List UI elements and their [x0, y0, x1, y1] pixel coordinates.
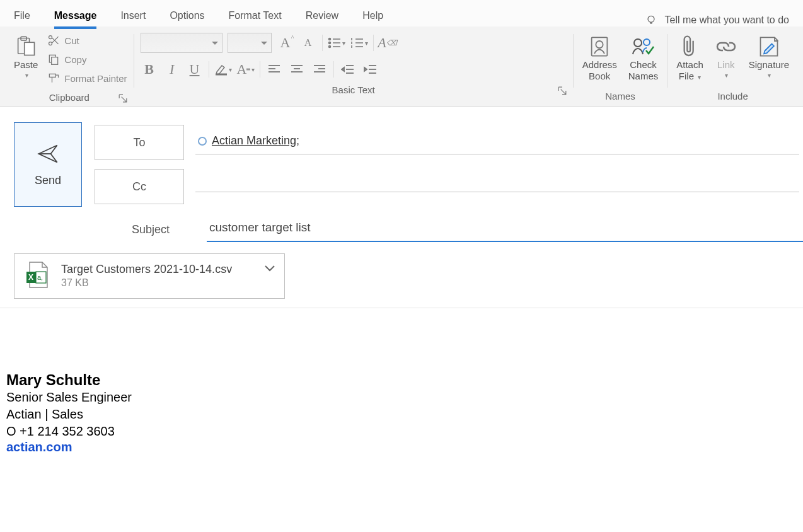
group-names: Address Book Check Names Names	[574, 30, 667, 107]
tab-insert[interactable]: Insert	[120, 8, 146, 26]
attachment-chip[interactable]: Xa, Target Customers 2021-10-14.csv 37 K…	[14, 253, 285, 299]
underline-button[interactable]: U	[186, 61, 204, 78]
paste-label: Paste	[14, 59, 38, 71]
cut-button[interactable]: Cut	[47, 33, 127, 48]
signature-button[interactable]: Signature ▾	[746, 33, 792, 82]
svg-point-40	[644, 39, 650, 45]
compose-header: Send To Actian Marketing; Cc Subject	[0, 107, 803, 242]
subject-label: Subject	[106, 223, 195, 236]
paperclip-icon	[679, 35, 702, 58]
attachments-bar: Xa, Target Customers 2021-10-14.csv 37 K…	[0, 242, 803, 308]
check-names-button[interactable]: Check Names	[626, 33, 661, 84]
cut-icon	[47, 34, 61, 47]
svg-point-38	[596, 41, 603, 48]
to-button[interactable]: To	[95, 125, 184, 160]
cc-field[interactable]	[195, 182, 799, 192]
attach-file-button[interactable]: Attach File ▾	[674, 33, 706, 84]
format-painter-button[interactable]: Format Painter	[47, 71, 127, 86]
signature-name: Mary Schulte	[6, 371, 803, 389]
format-painter-label: Format Painter	[64, 73, 127, 84]
tab-review[interactable]: Review	[306, 8, 338, 26]
paste-icon	[14, 35, 37, 58]
group-include-label: Include	[717, 91, 748, 101]
svg-rect-3	[25, 42, 35, 55]
grow-font-button[interactable]: A^	[277, 34, 294, 52]
font-color-button[interactable]: A▾	[237, 61, 255, 78]
group-basic-text: A^ Aˇ ▾ ▾ A⌫ B I U ▾ A▾	[134, 30, 573, 107]
clipboard-dialog-launcher-icon[interactable]	[118, 94, 127, 103]
align-center-button[interactable]	[288, 61, 306, 78]
send-icon	[37, 142, 59, 165]
attachment-dropdown-icon[interactable]	[264, 263, 275, 274]
clear-formatting-button[interactable]: A⌫	[379, 34, 396, 52]
check-names-icon	[632, 35, 654, 58]
attachment-size: 37 KB	[61, 277, 232, 290]
presence-icon	[198, 137, 207, 146]
tell-me-search[interactable]: Tell me what you want to do	[645, 14, 789, 26]
shrink-font-button[interactable]: Aˇ	[299, 34, 317, 52]
lightbulb-icon	[645, 14, 657, 26]
cc-button[interactable]: Cc	[95, 169, 184, 204]
font-family-combo[interactable]	[141, 33, 222, 53]
signature-icon	[758, 35, 780, 58]
address-book-button[interactable]: Address Book	[580, 33, 620, 84]
svg-point-39	[634, 39, 642, 47]
subject-field[interactable]	[207, 217, 803, 242]
attachment-name: Target Customers 2021-10-14.csv	[61, 262, 232, 277]
decrease-indent-button[interactable]	[339, 61, 357, 78]
svg-point-12	[328, 46, 330, 48]
group-include: Attach File ▾ Link ▾ Signature ▾ Include	[667, 30, 798, 107]
font-size-combo[interactable]	[228, 33, 272, 53]
tab-format-text[interactable]: Format Text	[229, 8, 282, 26]
svg-rect-37	[592, 37, 608, 55]
align-right-button[interactable]	[311, 61, 328, 78]
csv-file-icon: Xa,	[23, 260, 52, 292]
to-field[interactable]: Actian Marketing;	[195, 130, 799, 154]
bold-button[interactable]: B	[141, 61, 158, 78]
copy-label: Copy	[64, 54, 86, 65]
tab-message[interactable]: Message	[54, 8, 97, 26]
tab-file[interactable]: File	[14, 8, 30, 26]
bullets-button[interactable]: ▾	[328, 34, 345, 52]
ribbon: Paste ▾ Cut Copy Format Painter Clipbo	[0, 26, 803, 107]
mail-body[interactable]: Mary Schulte Senior Sales Engineer Actia…	[0, 308, 803, 454]
increase-indent-button[interactable]	[362, 61, 379, 78]
tell-me-label: Tell me what you want to do	[665, 14, 789, 26]
ribbon-tabstrip: File Message Insert Options Format Text …	[0, 0, 803, 26]
signature-phone: O +1 214 352 3603	[6, 423, 803, 440]
link-label: Link	[717, 59, 735, 71]
copy-icon	[47, 53, 61, 66]
copy-button[interactable]: Copy	[47, 52, 127, 67]
group-clipboard: Paste ▾ Cut Copy Format Painter Clipbo	[5, 30, 134, 107]
signature-link[interactable]: actian.com	[6, 440, 803, 454]
signature-title: Senior Sales Engineer	[6, 389, 803, 406]
numbering-button[interactable]: ▾	[350, 34, 368, 52]
svg-rect-7	[52, 57, 58, 65]
svg-point-5	[49, 36, 52, 39]
svg-text:X: X	[28, 273, 33, 282]
svg-point-8	[328, 38, 330, 40]
svg-point-4	[49, 42, 52, 45]
group-names-label: Names	[605, 91, 635, 101]
link-button[interactable]: Link ▾	[712, 33, 740, 82]
check-names-label: Check Names	[628, 59, 659, 82]
svg-point-10	[328, 42, 330, 44]
link-icon	[715, 35, 737, 58]
align-left-button[interactable]	[265, 61, 283, 78]
signature-label: Signature	[749, 59, 789, 71]
address-book-icon	[588, 35, 611, 58]
group-basic-text-label: Basic Text	[332, 84, 375, 95]
svg-text:a,: a,	[37, 274, 43, 281]
basic-text-dialog-launcher-icon[interactable]	[558, 86, 567, 95]
send-label: Send	[35, 174, 61, 187]
tab-help[interactable]: Help	[362, 8, 383, 26]
to-recipient[interactable]: Actian Marketing;	[212, 134, 299, 147]
signature-org: Actian | Sales	[6, 406, 803, 423]
format-painter-icon	[47, 72, 61, 84]
paste-button[interactable]: Paste ▾	[11, 33, 40, 82]
send-button[interactable]: Send	[14, 122, 82, 207]
tab-options[interactable]: Options	[170, 8, 204, 26]
highlight-button[interactable]: ▾	[214, 61, 232, 78]
paste-dropdown-icon: ▾	[25, 72, 28, 79]
italic-button[interactable]: I	[163, 61, 181, 78]
